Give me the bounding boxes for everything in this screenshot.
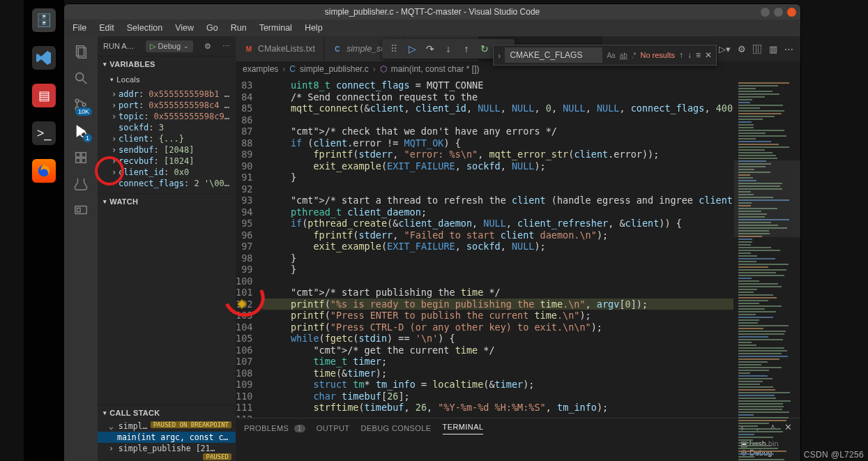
find-widget[interactable]: › Aa ab .* No results ↑ ↓ ≡ ✕ [493,45,717,66]
find-close-button[interactable]: ✕ [705,50,712,60]
restart-button[interactable]: ↻ [478,43,491,54]
split-toolbar-icon[interactable]: ⿲ [753,44,762,54]
vscode-app-icon[interactable] [32,46,56,70]
activitybar: 10K 1 [64,36,98,461]
terminal-list: ▣ bash bin ⚙ Debug [738,438,800,461]
variable-row[interactable]: sockfd: 3 [98,122,236,133]
symbol-icon: ⬡ [380,64,387,74]
variable-row[interactable]: connect_flags: 2 '\002' [98,178,236,189]
menubar: File Edit Selection View Go Run Terminal… [64,20,800,36]
svg-rect-15 [77,208,81,212]
file-type-icon: C [333,44,342,54]
run-toolbar-icon[interactable]: ▷▾ [719,44,731,54]
variable-row[interactable]: › sendbuf: [2048] [98,144,236,156]
find-expand-icon[interactable]: › [498,50,501,61]
svg-line-4 [83,80,87,84]
testing-activity-icon[interactable] [71,174,91,194]
find-in-selection-icon[interactable]: ≡ [696,50,701,60]
variable-row[interactable]: › topic: 0x5555555598c9 "datet… [98,111,236,122]
watch-section-title[interactable]: WATCH [98,194,236,209]
variable-row[interactable]: › client_id: 0x0 [98,167,236,178]
firefox-app-icon[interactable] [32,159,56,183]
run-view-title: RUN A… [103,42,135,50]
layout-toolbar-icon[interactable]: ▥ [769,44,777,54]
callstack-section-title[interactable]: CALL STACK [98,405,236,421]
panel-close-button[interactable]: ✕ [784,422,792,434]
breadcrumb-seg-1[interactable]: examples [243,64,278,74]
run-debug-activity-icon[interactable]: 1 [71,121,91,141]
continue-button[interactable]: ▷ [406,43,418,54]
match-case-icon[interactable]: Aa [607,52,615,59]
panel-tab-output[interactable]: OUTPUT [317,424,350,432]
svg-rect-10 [76,153,80,157]
variables-section-title[interactable]: VARIABLES [98,56,236,72]
debug-config-label: Debug [158,42,181,50]
callstack-thread[interactable]: ⌄ simpl… PAUSED ON BREAKPOINT [98,421,236,432]
gear-icon[interactable]: ⚙ [204,42,211,51]
callstack-process[interactable]: › simple_publishe [21… PAUSED [98,443,236,461]
explorer-activity-icon[interactable] [71,42,91,61]
drag-handle-icon[interactable]: ⠿ [388,43,400,54]
menu-go[interactable]: Go [201,22,224,34]
step-out-button[interactable]: ↑ [460,43,473,54]
minimize-button[interactable] [761,8,770,17]
remote-activity-icon[interactable] [71,201,91,220]
variable-row[interactable]: › addr: 0x5555555598b1 "test.m… [98,89,236,100]
find-next-button[interactable]: ↓ [687,50,692,60]
editor-tab[interactable]: MCMakeLists.txt [236,36,324,61]
code-content[interactable]: uint8_t connect_flags = MQTT_CONNE /* Se… [259,77,733,418]
code-editor[interactable]: 8384858687888990919293949596979899100101… [236,77,733,418]
chevron-down-icon: ⌄ [183,43,189,50]
terminal-app-icon[interactable]: >_ [32,121,56,145]
panel-tab-problems[interactable]: PROBLEMS 1 [244,424,305,432]
whole-word-icon[interactable]: ab [620,52,627,59]
maximize-button[interactable] [774,8,783,17]
extensions-activity-icon[interactable] [71,148,91,167]
scm-badge: 10K [75,107,92,116]
minimap[interactable] [733,77,800,418]
breadcrumb-seg-3[interactable]: main(int, const char * []) [391,64,480,74]
files-app-icon[interactable]: 🗄️ [32,8,56,32]
debug-config-selector[interactable]: ▷ Debug ⌄ [146,40,193,52]
launcher-app-3-icon[interactable]: ▤ [32,84,56,107]
more-toolbar-icon[interactable]: ⋯ [784,44,793,54]
variables-list: › addr: 0x5555555598b1 "test.m…› port: 0… [98,87,236,193]
callstack-frame[interactable]: main(int argc, const char ** … [98,432,236,443]
menu-run[interactable]: Run [225,22,252,34]
menu-terminal[interactable]: Terminal [254,22,298,34]
svg-rect-12 [76,158,80,163]
editor-area: MCMakeLists.txtCsimple_su…{}launch.jsonC… [236,36,800,461]
scm-activity-icon[interactable]: 10K [71,95,91,114]
breadcrumb-seg-2[interactable]: simple_publisher.c [300,64,369,74]
svg-point-3 [76,73,84,81]
more-icon[interactable]: ⋯ [222,42,230,51]
titlebar: simple_publisher.c - MQTT-C-master - Vis… [64,4,800,20]
panel-tab-terminal[interactable]: TERMINAL [443,423,484,434]
regex-icon[interactable]: .* [632,52,637,59]
find-input[interactable] [505,47,602,63]
svg-rect-13 [82,158,86,163]
menu-edit[interactable]: Edit [93,22,120,34]
bottom-panel: PROBLEMS 1 OUTPUT DEBUG CONSOLE TERMINAL… [236,418,800,461]
search-activity-icon[interactable] [71,68,91,88]
settings-toolbar-icon[interactable]: ⚙ [738,44,746,54]
menu-view[interactable]: View [169,22,199,34]
debug-badge: 1 [83,134,92,142]
panel-tab-debug-console[interactable]: DEBUG CONSOLE [360,424,431,432]
find-prev-button[interactable]: ↑ [679,50,683,60]
variable-row[interactable]: › port: 0x5555555598c4 "1883" [98,100,236,111]
variable-row[interactable]: › client: {...} [98,133,236,144]
svg-point-7 [82,103,86,107]
c-file-icon: C [289,64,296,74]
find-results-label: No results [640,51,675,59]
step-over-button[interactable]: ↷ [424,43,436,54]
close-window-button[interactable] [787,8,796,17]
variable-row[interactable]: › recvbuf: [1024] [98,156,236,167]
line-gutter[interactable]: 8384858687888990919293949596979899100101… [236,77,259,418]
locals-section-title[interactable]: Locals [98,72,236,87]
menu-help[interactable]: Help [299,22,328,34]
vscode-window: simple_publisher.c - MQTT-C-master - Vis… [64,4,800,461]
menu-file[interactable]: File [67,22,92,34]
step-into-button[interactable]: ↓ [442,43,455,54]
menu-selection[interactable]: Selection [121,22,168,34]
